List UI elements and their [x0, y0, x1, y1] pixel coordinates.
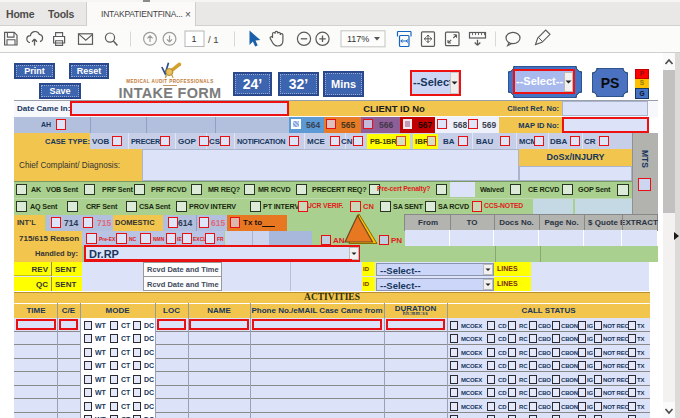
svg-text:PS: PS — [601, 75, 620, 91]
svg-text:/ 1: / 1 — [208, 34, 219, 45]
svg-text:1: 1 — [191, 34, 196, 44]
svg-text:117%: 117% — [347, 34, 369, 44]
